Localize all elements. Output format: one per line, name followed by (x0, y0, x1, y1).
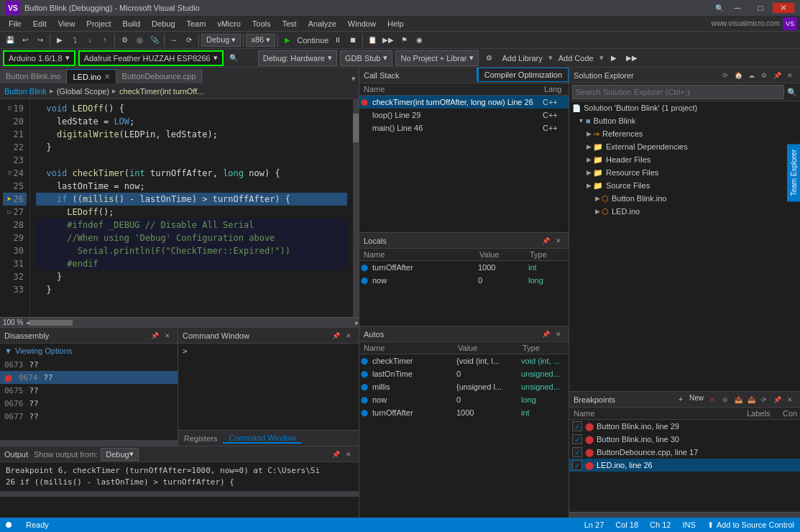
disasm-pin-btn[interactable]: 📌 (149, 330, 160, 341)
menu-window[interactable]: Window (342, 18, 382, 29)
project-dropdown[interactable]: No Project + Librar ▾ (395, 50, 479, 66)
callstack-row-2[interactable]: main() Line 46 C++ (359, 121, 569, 134)
code-vscroll[interactable] (353, 99, 359, 317)
tree-button-blink-ino[interactable]: ▶ ⬡ Button Blink.ino (569, 192, 800, 205)
bp-check-1[interactable]: ✓ (572, 434, 582, 444)
toolbar-step-over[interactable]: ⤵ (68, 33, 82, 47)
locals-pin-btn[interactable]: 📌 (540, 235, 551, 247)
menu-analyze[interactable]: Analyze (303, 18, 342, 29)
bp-delete-btn[interactable]: ✕ (707, 394, 718, 405)
bp-export-btn[interactable]: 📤 (732, 394, 744, 405)
bp-close-btn[interactable]: ✕ (784, 394, 796, 405)
solution-toolbar-btn1[interactable]: ⟳ (719, 70, 731, 81)
tree-header-files[interactable]: ▶ 📁 Header Files (569, 153, 800, 166)
tab-button-blink[interactable]: Button Blink.ino (0, 69, 67, 83)
output-close-btn[interactable]: ✕ (343, 449, 354, 460)
hscroll-thumb[interactable] (29, 320, 73, 326)
toolbar-undo-btn[interactable]: ↩ (18, 33, 32, 47)
menu-file[interactable]: File (3, 18, 27, 29)
platform-select[interactable]: x86 ▾ (246, 34, 275, 47)
solution-search-icon[interactable]: 🔍 (787, 88, 797, 97)
toolbar-step-out[interactable]: ↑ (98, 33, 112, 47)
debug-config-select[interactable]: Debug ▾ (201, 34, 241, 47)
settings-btn[interactable]: ⚙ (482, 51, 496, 65)
menu-view[interactable]: View (52, 18, 81, 29)
gdb-stub-dropdown[interactable]: GDB Stub ▾ (340, 50, 393, 66)
bp-disable-btn[interactable]: ⊖ (719, 394, 731, 405)
callstack-row-0[interactable]: ⬤ checkTimer(int turnOffAfter, long now)… (359, 96, 569, 109)
breadcrumb-context[interactable]: Button Blink (4, 87, 47, 96)
code-text-area[interactable]: void LEDOff() { ledState = LOW; digitalW… (30, 99, 353, 317)
add-code-btn[interactable]: Add Code (556, 54, 597, 63)
breadcrumb-scope[interactable]: (Global Scope) (57, 87, 109, 96)
tree-solution[interactable]: 📄 Solution 'Button Blink' (1 project) (569, 101, 800, 114)
registers-tab[interactable]: Registers (178, 434, 223, 443)
tree-references[interactable]: ▶ ⇒ References (569, 127, 800, 140)
toolbar-save-btn[interactable]: 💾 (3, 33, 17, 47)
command-window-content[interactable]: > (178, 344, 359, 430)
menu-tools[interactable]: Tools (247, 18, 277, 29)
solution-toolbar-btn4[interactable]: ⚙ (758, 70, 770, 81)
code-editor[interactable]: ▽19 20 21 22 23 ▽24 25 ➤26 ▷27 28 29 30 (0, 99, 359, 327)
menu-project[interactable]: Project (81, 18, 116, 29)
bp-check-2[interactable]: ✓ (572, 447, 582, 457)
menu-build[interactable]: Build (117, 18, 146, 29)
callstack-row-1[interactable]: loop() Line 29 C++ (359, 109, 569, 121)
menu-team[interactable]: Team (181, 18, 212, 29)
tree-external-deps[interactable]: ▶ 📁 External Dependencies (569, 140, 800, 153)
zoom-in-btn[interactable]: ▸ (355, 318, 359, 326)
menu-vmicro[interactable]: vMicro (211, 18, 246, 29)
tab-led[interactable]: LED.ino ✕ (67, 69, 116, 83)
locals-close-btn[interactable]: ✕ (553, 235, 564, 247)
toolbar-misc5[interactable]: ⟳ (182, 33, 196, 47)
toolbar-step-in[interactable]: ↓ (83, 33, 97, 47)
solution-close-btn[interactable]: ✕ (784, 70, 796, 81)
bp-new-btn[interactable]: + (675, 394, 686, 405)
toolbar-run-btn[interactable]: ▶ (280, 33, 295, 47)
close-button[interactable]: ✕ (773, 3, 794, 13)
cmd-close-btn[interactable]: ✕ (343, 330, 354, 341)
locals-row-0[interactable]: ⬤ turnOffAfter 1000 int (359, 261, 569, 274)
bp-row-0[interactable]: ✓ ⬤ Button Blink.ino, line 29 (569, 420, 800, 433)
add-library-btn[interactable]: Add Library (499, 54, 545, 63)
bp-import-btn[interactable]: 📥 (745, 394, 757, 405)
minimize-button[interactable]: ─ (727, 3, 748, 13)
menu-edit[interactable]: Edit (27, 18, 52, 29)
upload-btn[interactable]: ▶ (607, 51, 621, 65)
disasm-close-btn[interactable]: ✕ (162, 330, 173, 341)
toolbar-misc3[interactable]: 📎 (147, 33, 162, 47)
port-dropdown[interactable]: Adafruit Feather HUZZAH ESP8266 ▾ (78, 50, 224, 66)
bp-row-2[interactable]: ✓ ⬤ ButtonDebounce.cpp, line 17 (569, 446, 800, 459)
bp-row-1[interactable]: ✓ ⬤ Button Blink.ino, line 30 (569, 433, 800, 446)
toolbar-debug-start[interactable]: ▶ (52, 33, 67, 47)
output-hscroll[interactable] (0, 491, 359, 497)
toolbar-redo-btn[interactable]: ↪ (33, 33, 47, 47)
toolbar-misc7[interactable]: ⏹ (346, 33, 360, 47)
autos-row-4[interactable]: ⬤ turnOffAfter 1000 int (359, 406, 569, 419)
solution-toolbar-btn2[interactable]: 🏠 (732, 70, 744, 81)
solution-toolbar-btn3[interactable]: ☁ (745, 70, 757, 81)
menu-debug[interactable]: Debug (146, 18, 180, 29)
code-vscroll-thumb[interactable] (353, 114, 359, 142)
upload2-btn[interactable]: ▶▶ (624, 51, 640, 65)
bp-check-3[interactable]: ✓ (572, 460, 582, 470)
toolbar-misc4[interactable]: ↔ (167, 33, 181, 47)
viewing-options-row[interactable]: ▼ Viewing Options (0, 344, 178, 358)
debug-mode-dropdown[interactable]: Debug: Hardware ▾ (258, 50, 337, 66)
search-icon[interactable]: 🔍 (714, 3, 725, 13)
bp-pin-btn[interactable]: 📌 (771, 394, 783, 405)
tree-led-ino[interactable]: ▶ ⬡ LED.ino (569, 205, 800, 218)
menu-help[interactable]: Help (382, 18, 410, 29)
autos-close-btn[interactable]: ✕ (553, 329, 564, 340)
bp-new-label[interactable]: New (688, 394, 705, 405)
command-window-tab[interactable]: Command Window (223, 434, 301, 444)
search-btn[interactable]: 🔍 (226, 51, 241, 65)
output-source-dropdown[interactable]: Debug ▾ (101, 448, 138, 461)
bp-refresh-btn[interactable]: ⟳ (758, 394, 770, 405)
solution-search-input[interactable] (572, 85, 784, 99)
bp-row-3[interactable]: ✓ ⬤ LED.ino, line 26 (569, 459, 800, 472)
bp-hscroll[interactable] (569, 512, 800, 518)
autos-row-0[interactable]: ⬤ checkTimer {void (int, l... void (int,… (359, 354, 569, 367)
toolbar-misc10[interactable]: ⚑ (397, 33, 411, 47)
locals-row-1[interactable]: ⬤ now 0 long (359, 274, 569, 287)
